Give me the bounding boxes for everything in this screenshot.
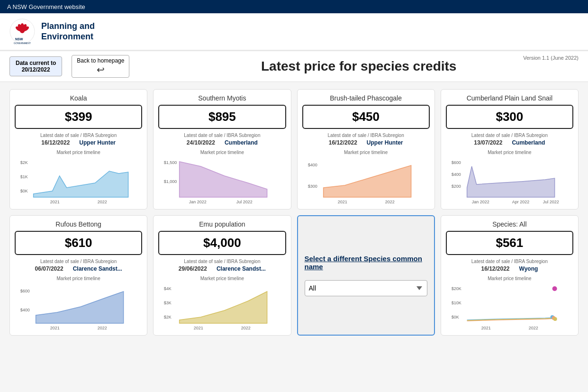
- svg-text:Apr 2022: Apr 2022: [512, 200, 529, 204]
- svg-text:Jul 2022: Jul 2022: [236, 200, 253, 204]
- card-brush-date: 16/12/2022: [329, 139, 357, 146]
- card-koala-chart-label: Market price timeline: [15, 150, 142, 155]
- svg-text:2022: 2022: [98, 326, 107, 330]
- svg-text:$2K: $2K: [20, 160, 28, 165]
- header-title-block: Planning and Environment: [41, 21, 95, 42]
- svg-text:$4K: $4K: [164, 286, 172, 291]
- card-myotis-chart-label: Market price timeline: [158, 150, 286, 155]
- card-snail-sale-details: 13/07/2022 Cumberland: [446, 139, 573, 146]
- svg-text:2022: 2022: [385, 200, 394, 204]
- svg-text:$1,000: $1,000: [164, 179, 177, 184]
- card-koala-sale-info: Latest date of sale / IBRA Subregion: [15, 133, 142, 138]
- card-snail-sale-info: Latest date of sale / IBRA Subregion: [446, 133, 573, 138]
- card-emu: Emu population $4,000 Latest date of sal…: [153, 215, 291, 336]
- card-rufous-title: Rufous Bettong: [15, 220, 142, 228]
- svg-text:$200: $200: [451, 184, 461, 189]
- svg-text:2022: 2022: [98, 200, 107, 204]
- svg-text:2022: 2022: [528, 326, 538, 330]
- card-snail-price: $300: [446, 105, 573, 129]
- svg-text:2021: 2021: [337, 200, 347, 204]
- svg-point-6: [20, 28, 25, 33]
- svg-text:$400: $400: [20, 308, 30, 312]
- card-all-sale-details: 16/12/2022 Wyong: [446, 265, 573, 272]
- card-all-chart: $20K $10K $0K 2021 2022: [446, 283, 573, 330]
- card-myotis-date: 24/10/2022: [187, 139, 215, 146]
- back-button-label: Back to homepage: [77, 57, 124, 64]
- card-koala-chart-area: Market price timeline $2K $1K $0K 2021 2…: [15, 150, 142, 204]
- card-rufous-chart-area: Market price timeline $600 $400 2021 202…: [15, 276, 142, 330]
- card-snail-region: Cumberland: [512, 139, 545, 146]
- card-selector: Select a different Species common name A…: [297, 215, 435, 336]
- svg-text:$400: $400: [451, 172, 461, 177]
- card-rufous-price: $610: [15, 231, 142, 255]
- card-rufous-chart: $600 $400 2021 2022: [15, 283, 142, 330]
- svg-point-40: [552, 286, 557, 291]
- card-cumberland-snail: Cumberland Plain Land Snail $300 Latest …: [441, 89, 579, 210]
- card-brush-chart-label: Market price timeline: [302, 150, 430, 155]
- svg-text:2021: 2021: [50, 200, 60, 204]
- card-brush-sale-details: 16/12/2022 Upper Hunter: [302, 139, 430, 146]
- card-snail-chart: $600 $400 $200 Jan 2022 Apr 2022 Jul 202…: [446, 157, 573, 204]
- svg-text:NSW: NSW: [15, 37, 23, 41]
- card-emu-chart-label: Market price timeline: [158, 276, 286, 281]
- data-current-box: Data current to 20/12/2022: [9, 56, 62, 76]
- species-selector[interactable]: All: [305, 280, 427, 296]
- top-banner: A NSW Government website: [0, 0, 588, 13]
- card-myotis-price: $895: [158, 105, 286, 129]
- svg-text:Jan 2022: Jan 2022: [471, 200, 489, 204]
- card-emu-sale-info: Latest date of sale / IBRA Subregion: [158, 259, 286, 264]
- svg-text:$0K: $0K: [451, 315, 459, 319]
- back-arrow-icon: ↩: [97, 64, 105, 75]
- card-emu-title: Emu population: [158, 220, 286, 228]
- svg-text:2021: 2021: [481, 326, 490, 330]
- selector-title: Select a different Species common name: [305, 255, 427, 271]
- svg-text:$10K: $10K: [451, 301, 461, 305]
- card-koala-title: Koala: [15, 94, 142, 102]
- card-emu-region: Clarence Sandst...: [217, 265, 266, 272]
- card-brush-title: Brush-tailed Phascogale: [302, 94, 430, 102]
- card-koala-chart: $2K $1K $0K 2021 2022: [15, 157, 142, 204]
- card-brush-chart: $400 $300 2021 2022: [302, 157, 430, 204]
- nsw-logo: NSW GOVERNMENT: [9, 18, 36, 45]
- card-koala-date: 16/12/2022: [41, 139, 70, 146]
- card-rufous-sale-details: 06/07/2022 Clarence Sandst...: [15, 265, 142, 272]
- svg-text:$1K: $1K: [20, 174, 28, 179]
- card-koala-sale-details: 16/12/2022 Upper Hunter: [15, 139, 142, 146]
- card-all-title: Species: All: [446, 220, 573, 228]
- svg-text:$2K: $2K: [164, 315, 172, 319]
- svg-text:Jan 2022: Jan 2022: [189, 200, 207, 204]
- header-title-line1: Planning and: [41, 21, 95, 32]
- svg-text:Jul 2022: Jul 2022: [543, 200, 559, 204]
- card-species-all: Species: All $561 Latest date of sale / …: [441, 215, 579, 336]
- svg-text:$300: $300: [308, 184, 317, 189]
- svg-point-43: [553, 317, 557, 321]
- svg-text:$400: $400: [308, 163, 317, 167]
- svg-text:$3K: $3K: [164, 301, 172, 305]
- back-button[interactable]: Back to homepage ↩: [72, 55, 129, 78]
- card-brush-region: Upper Hunter: [367, 139, 403, 146]
- card-snail-date: 13/07/2022: [474, 139, 502, 146]
- svg-text:$600: $600: [20, 289, 30, 293]
- svg-text:$0K: $0K: [20, 189, 28, 193]
- header: NSW GOVERNMENT Planning and Environment: [0, 13, 588, 51]
- main-grid: Koala $399 Latest date of sale / IBRA Su…: [0, 82, 588, 343]
- card-brush-price: $450: [302, 105, 430, 129]
- header-title-line2: Environment: [41, 32, 95, 42]
- card-brush-chart-area: Market price timeline $400 $300 2021 202…: [302, 150, 430, 204]
- card-brush-tailed: Brush-tailed Phascogale $450 Latest date…: [297, 89, 435, 210]
- svg-text:2021: 2021: [194, 326, 203, 330]
- card-all-chart-label: Market price timeline: [446, 276, 573, 281]
- card-koala: Koala $399 Latest date of sale / IBRA Su…: [9, 89, 147, 210]
- card-emu-chart: $4K $3K $2K 2021 2022: [158, 283, 286, 330]
- card-myotis-region: Cumberland: [225, 139, 258, 146]
- svg-text:2022: 2022: [241, 326, 251, 330]
- card-emu-sale-details: 29/06/2022 Clarence Sandst...: [158, 265, 286, 272]
- card-brush-sale-info: Latest date of sale / IBRA Subregion: [302, 133, 430, 138]
- card-all-price: $561: [446, 231, 573, 255]
- card-rufous-sale-info: Latest date of sale / IBRA Subregion: [15, 259, 142, 264]
- logo-area: NSW GOVERNMENT Planning and Environment: [9, 18, 95, 45]
- card-emu-chart-area: Market price timeline $4K $3K $2K 2021 2…: [158, 276, 286, 330]
- card-koala-region: Upper Hunter: [79, 139, 116, 146]
- svg-text:$1,500: $1,500: [164, 160, 177, 165]
- card-emu-date: 29/06/2022: [179, 265, 207, 272]
